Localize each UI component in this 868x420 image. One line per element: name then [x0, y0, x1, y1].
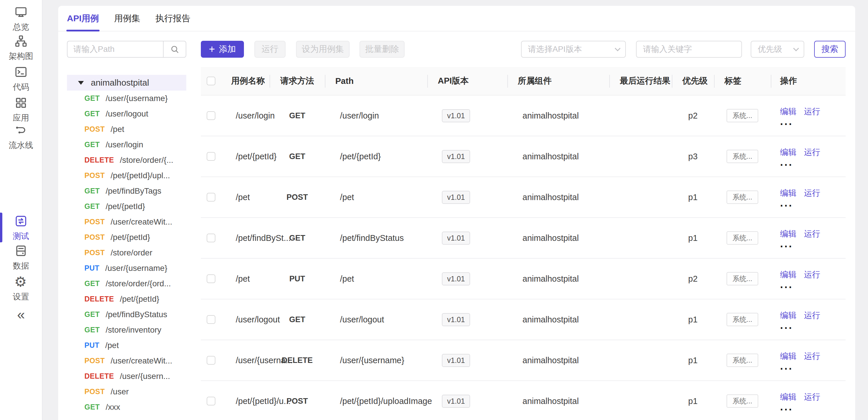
tab-exec-reports[interactable]: 执行报告	[155, 6, 190, 31]
tree-item[interactable]: PUT/user/{username}	[67, 260, 186, 276]
more-actions-button[interactable]: ...	[780, 403, 793, 411]
column-header-actions: 操作	[771, 67, 845, 95]
database-icon	[14, 244, 28, 258]
run-link[interactable]: 运行	[804, 391, 820, 402]
select-all-checkbox[interactable]	[207, 77, 215, 85]
tree-item[interactable]: GET/pet/{petId}	[67, 199, 186, 214]
row-checkbox[interactable]	[207, 111, 215, 120]
case-name-cell: /user/{userna...	[221, 340, 270, 380]
sidebar-item-architecture[interactable]: 架构图	[0, 34, 42, 62]
case-list-panel: +添加 运行 设为用例集 批量删除 请选择API版本 优先级 搜索 用例名称 请…	[201, 41, 845, 420]
last-result-cell	[609, 381, 672, 420]
sidebar-item-test[interactable]: 测试	[0, 214, 42, 242]
path-cell: /pet/{petId}/uploadImage	[325, 381, 427, 420]
tab-case-suites[interactable]: 用例集	[114, 6, 140, 31]
sidebar-item-data[interactable]: 数据	[0, 244, 42, 271]
path-cell: /pet	[325, 259, 427, 299]
api-version-select[interactable]: 请选择API版本	[521, 41, 626, 58]
sidebar-item-code[interactable]: 代码	[0, 65, 42, 93]
run-link[interactable]: 运行	[804, 351, 820, 362]
run-link[interactable]: 运行	[804, 147, 820, 158]
keyword-input[interactable]	[636, 41, 742, 58]
priority-cell: p1	[672, 299, 714, 340]
tree-item[interactable]: DELETE/pet/{petId}	[67, 291, 186, 307]
table-row: /pet/{petId}/u... POST /pet/{petId}/uplo…	[201, 381, 845, 420]
sidebar-item-settings[interactable]: ⚙ 设置	[0, 275, 42, 302]
tree-item[interactable]: POST/user	[67, 384, 186, 399]
tree-item[interactable]: GET/store/order/{ord...	[67, 276, 186, 291]
tree-item[interactable]: DELETE/user/{usern...	[67, 368, 186, 384]
batch-delete-button[interactable]: 批量删除	[360, 41, 405, 58]
tree-item[interactable]: POST/pet	[67, 121, 186, 137]
tree-item[interactable]: PUT/pet	[67, 337, 186, 353]
run-link[interactable]: 运行	[804, 187, 820, 199]
run-link[interactable]: 运行	[804, 310, 820, 321]
http-method-label: GET	[85, 326, 100, 334]
main-card: API用例 用例集 执行报告 animalhostpital GET/user/…	[58, 6, 855, 420]
tag-badge: 系统...	[726, 272, 758, 286]
gear-icon: ⚙	[14, 275, 28, 288]
monitor-icon	[14, 5, 28, 19]
row-checkbox[interactable]	[207, 315, 215, 324]
row-checkbox[interactable]	[207, 274, 215, 283]
tree-item[interactable]: POST/pet/{petId}/upl...	[67, 168, 186, 183]
run-link[interactable]: 运行	[804, 106, 820, 117]
row-checkbox[interactable]	[207, 152, 215, 161]
tab-api-cases[interactable]: API用例	[67, 6, 99, 31]
endpoint-path: /user/login	[106, 140, 143, 149]
tree-item[interactable]: POST/pet/{petId}	[67, 230, 186, 245]
path-search-input[interactable]	[67, 41, 163, 58]
api-version-tag: v1.01	[442, 354, 470, 367]
tree-item[interactable]: GET/xxx	[67, 399, 186, 415]
api-version-tag: v1.01	[442, 232, 470, 245]
tree-item[interactable]: GET/pet/findByTags	[67, 183, 186, 199]
tree-item[interactable]: GET/user/{username}	[67, 91, 186, 106]
sidebar-item-apps[interactable]: 应用	[0, 96, 42, 123]
tree-search-group	[67, 41, 186, 58]
sidebar-item-overview[interactable]: 总览	[0, 5, 42, 33]
more-actions-button[interactable]: ...	[780, 118, 793, 125]
more-actions-button[interactable]: ...	[780, 240, 793, 247]
tree-item[interactable]: DELETE/store/order/{...	[67, 152, 186, 168]
tree-item[interactable]: GET/pet/findByStatus	[67, 307, 186, 322]
set-as-suite-button[interactable]: 设为用例集	[296, 41, 349, 58]
priority-select[interactable]: 优先级	[751, 41, 804, 58]
more-actions-button[interactable]: ...	[780, 322, 793, 329]
tree-search-button[interactable]	[163, 41, 186, 58]
http-method-label: POST	[85, 357, 105, 365]
more-actions-button[interactable]: ...	[780, 281, 793, 288]
tree-item[interactable]: GET/store/inventory	[67, 322, 186, 337]
component-cell: animalhostpital	[507, 136, 609, 177]
row-checkbox[interactable]	[207, 234, 215, 242]
tree-item[interactable]: GET/user/login	[67, 137, 186, 152]
component-cell: animalhostpital	[507, 177, 609, 217]
collapse-sidebar-button[interactable]: «	[0, 306, 42, 323]
double-chevron-left-icon: «	[17, 307, 25, 322]
tree-item[interactable]: POST/user/createWit...	[67, 353, 186, 368]
run-link[interactable]: 运行	[804, 228, 820, 239]
tree-item[interactable]: POST/store/order	[67, 245, 186, 260]
http-method-label: DELETE	[85, 156, 114, 164]
column-header-method: 请求方法	[270, 67, 325, 95]
case-name-cell: /pet/{petId}/u...	[221, 381, 270, 420]
tree-item[interactable]: GET/user/logout	[67, 106, 186, 121]
more-actions-button[interactable]: ...	[780, 199, 793, 207]
more-actions-button[interactable]: ...	[780, 362, 793, 370]
search-button[interactable]: 搜索	[814, 41, 845, 58]
sidebar-item-pipeline[interactable]: 流水线	[0, 123, 42, 151]
table-row: /pet/{petId} GET /pet/{petId} v1.01 anim…	[201, 136, 845, 177]
row-checkbox[interactable]	[207, 356, 215, 365]
last-result-cell	[609, 340, 672, 380]
add-button[interactable]: +添加	[201, 41, 244, 58]
http-method-label: POST	[85, 171, 105, 180]
run-link[interactable]: 运行	[804, 269, 820, 280]
row-checkbox[interactable]	[207, 193, 215, 202]
tree-item[interactable]: POST/user/createWit...	[67, 214, 186, 230]
endpoint-path: /pet	[105, 341, 119, 350]
row-checkbox[interactable]	[207, 397, 215, 406]
more-actions-button[interactable]: ...	[780, 158, 793, 166]
http-method-label: PUT	[85, 341, 99, 350]
run-button[interactable]: 运行	[254, 41, 285, 58]
tree-root-node[interactable]: animalhostpital	[67, 75, 186, 91]
endpoint-path: /store/order	[111, 248, 152, 258]
